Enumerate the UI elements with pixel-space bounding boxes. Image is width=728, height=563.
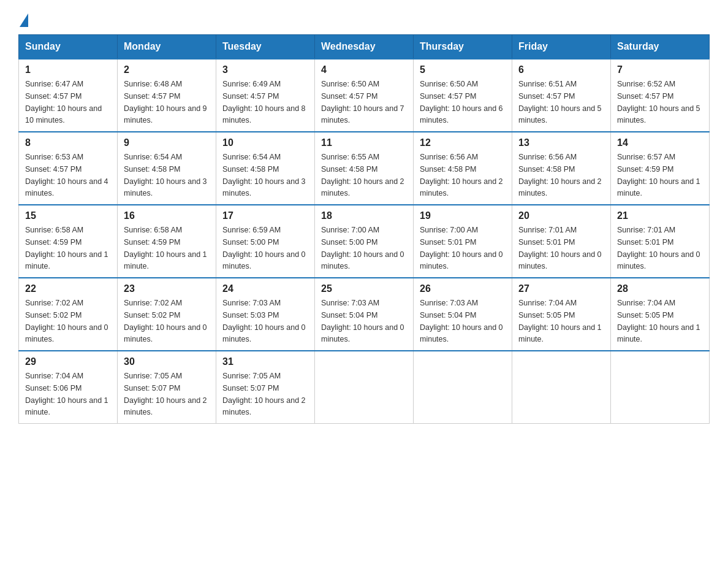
calendar-cell: 18 Sunrise: 7:00 AMSunset: 5:00 PMDaylig… [315,205,414,278]
day-info: Sunrise: 7:03 AMSunset: 5:04 PMDaylight:… [321,299,404,343]
calendar-cell [611,351,710,424]
day-info: Sunrise: 7:00 AMSunset: 5:00 PMDaylight:… [321,226,404,270]
day-info: Sunrise: 6:48 AMSunset: 4:57 PMDaylight:… [124,80,207,124]
day-info: Sunrise: 7:01 AMSunset: 5:01 PMDaylight:… [518,226,602,270]
calendar-header-monday: Monday [118,35,216,59]
day-number: 21 [617,210,703,221]
day-number: 11 [321,137,407,148]
calendar-header-wednesday: Wednesday [315,35,414,59]
logo-triangle-icon [20,13,28,27]
day-info: Sunrise: 6:58 AMSunset: 4:59 PMDaylight:… [124,226,207,270]
calendar-cell: 4 Sunrise: 6:50 AMSunset: 4:57 PMDayligh… [315,59,414,132]
day-info: Sunrise: 7:05 AMSunset: 5:07 PMDaylight:… [124,372,207,416]
day-number: 5 [420,64,506,75]
day-info: Sunrise: 7:05 AMSunset: 5:07 PMDaylight:… [222,372,306,416]
day-number: 27 [518,283,604,294]
day-info: Sunrise: 6:58 AMSunset: 4:59 PMDaylight:… [25,226,108,270]
calendar-cell: 20 Sunrise: 7:01 AMSunset: 5:01 PMDaylig… [512,205,611,278]
day-info: Sunrise: 6:49 AMSunset: 4:57 PMDaylight:… [222,80,306,124]
day-number: 20 [518,210,604,221]
day-number: 3 [222,64,308,75]
calendar-cell: 5 Sunrise: 6:50 AMSunset: 4:57 PMDayligh… [414,59,512,132]
day-info: Sunrise: 7:02 AMSunset: 5:02 PMDaylight:… [124,299,207,343]
day-info: Sunrise: 7:03 AMSunset: 5:03 PMDaylight:… [222,299,306,343]
day-number: 7 [617,64,703,75]
day-info: Sunrise: 6:57 AMSunset: 4:59 PMDaylight:… [617,153,700,197]
week-row-3: 15 Sunrise: 6:58 AMSunset: 4:59 PMDaylig… [19,205,710,278]
calendar-cell: 15 Sunrise: 6:58 AMSunset: 4:59 PMDaylig… [19,205,118,278]
calendar-cell: 26 Sunrise: 7:03 AMSunset: 5:04 PMDaylig… [414,278,512,351]
day-number: 30 [124,356,210,367]
calendar-cell: 19 Sunrise: 7:00 AMSunset: 5:01 PMDaylig… [414,205,512,278]
day-number: 15 [25,210,111,221]
day-number: 19 [420,210,506,221]
calendar-cell [315,351,414,424]
calendar-cell: 14 Sunrise: 6:57 AMSunset: 4:59 PMDaylig… [611,132,710,205]
calendar-cell: 24 Sunrise: 7:03 AMSunset: 5:03 PMDaylig… [216,278,315,351]
day-number: 17 [222,210,308,221]
day-number: 25 [321,283,407,294]
day-info: Sunrise: 7:02 AMSunset: 5:02 PMDaylight:… [25,299,108,343]
calendar-header-thursday: Thursday [414,35,512,59]
calendar-cell [512,351,611,424]
calendar-table: SundayMondayTuesdayWednesdayThursdayFrid… [18,34,710,424]
calendar-cell: 27 Sunrise: 7:04 AMSunset: 5:05 PMDaylig… [512,278,611,351]
day-number: 9 [124,137,210,148]
calendar-cell: 9 Sunrise: 6:54 AMSunset: 4:58 PMDayligh… [118,132,216,205]
day-number: 2 [124,64,210,75]
calendar-cell: 10 Sunrise: 6:54 AMSunset: 4:58 PMDaylig… [216,132,315,205]
calendar-cell: 28 Sunrise: 7:04 AMSunset: 5:05 PMDaylig… [611,278,710,351]
day-info: Sunrise: 6:50 AMSunset: 4:57 PMDaylight:… [321,80,404,124]
calendar-cell: 17 Sunrise: 6:59 AMSunset: 5:00 PMDaylig… [216,205,315,278]
calendar-cell: 11 Sunrise: 6:55 AMSunset: 4:58 PMDaylig… [315,132,414,205]
calendar-cell: 30 Sunrise: 7:05 AMSunset: 5:07 PMDaylig… [118,351,216,424]
day-number: 8 [25,137,111,148]
day-number: 29 [25,356,111,367]
day-info: Sunrise: 7:04 AMSunset: 5:05 PMDaylight:… [617,299,700,343]
day-number: 4 [321,64,407,75]
calendar-cell: 22 Sunrise: 7:02 AMSunset: 5:02 PMDaylig… [19,278,118,351]
day-number: 16 [124,210,210,221]
day-number: 22 [25,283,111,294]
day-number: 24 [222,283,308,294]
day-number: 1 [25,64,111,75]
calendar-cell: 1 Sunrise: 6:47 AMSunset: 4:57 PMDayligh… [19,59,118,132]
day-info: Sunrise: 6:54 AMSunset: 4:58 PMDaylight:… [124,153,207,197]
day-info: Sunrise: 7:04 AMSunset: 5:06 PMDaylight:… [25,372,108,416]
day-number: 26 [420,283,506,294]
calendar-cell: 25 Sunrise: 7:03 AMSunset: 5:04 PMDaylig… [315,278,414,351]
day-number: 31 [222,356,308,367]
day-number: 14 [617,137,703,148]
day-info: Sunrise: 6:56 AMSunset: 4:58 PMDaylight:… [420,153,503,197]
calendar-cell: 16 Sunrise: 6:58 AMSunset: 4:59 PMDaylig… [118,205,216,278]
calendar-header-saturday: Saturday [611,35,710,59]
day-number: 23 [124,283,210,294]
calendar-cell: 23 Sunrise: 7:02 AMSunset: 5:02 PMDaylig… [118,278,216,351]
day-number: 12 [420,137,506,148]
day-number: 10 [222,137,308,148]
page-header [18,12,710,22]
day-number: 28 [617,283,703,294]
calendar-header-sunday: Sunday [19,35,118,59]
day-number: 13 [518,137,604,148]
day-info: Sunrise: 7:01 AMSunset: 5:01 PMDaylight:… [617,226,700,270]
day-info: Sunrise: 7:00 AMSunset: 5:01 PMDaylight:… [420,226,503,270]
week-row-1: 1 Sunrise: 6:47 AMSunset: 4:57 PMDayligh… [19,59,710,132]
calendar-cell: 7 Sunrise: 6:52 AMSunset: 4:57 PMDayligh… [611,59,710,132]
calendar-cell: 12 Sunrise: 6:56 AMSunset: 4:58 PMDaylig… [414,132,512,205]
calendar-cell: 2 Sunrise: 6:48 AMSunset: 4:57 PMDayligh… [118,59,216,132]
day-info: Sunrise: 7:03 AMSunset: 5:04 PMDaylight:… [420,299,503,343]
day-number: 18 [321,210,407,221]
week-row-5: 29 Sunrise: 7:04 AMSunset: 5:06 PMDaylig… [19,351,710,424]
logo [18,12,28,22]
day-info: Sunrise: 6:50 AMSunset: 4:57 PMDaylight:… [420,80,503,124]
day-info: Sunrise: 6:52 AMSunset: 4:57 PMDaylight:… [617,80,700,124]
calendar-header-tuesday: Tuesday [216,35,315,59]
calendar-cell: 29 Sunrise: 7:04 AMSunset: 5:06 PMDaylig… [19,351,118,424]
day-number: 6 [518,64,604,75]
day-info: Sunrise: 6:47 AMSunset: 4:57 PMDaylight:… [25,80,102,124]
calendar-cell [414,351,512,424]
calendar-cell: 6 Sunrise: 6:51 AMSunset: 4:57 PMDayligh… [512,59,611,132]
calendar-header-row: SundayMondayTuesdayWednesdayThursdayFrid… [19,35,710,59]
calendar-cell: 13 Sunrise: 6:56 AMSunset: 4:58 PMDaylig… [512,132,611,205]
